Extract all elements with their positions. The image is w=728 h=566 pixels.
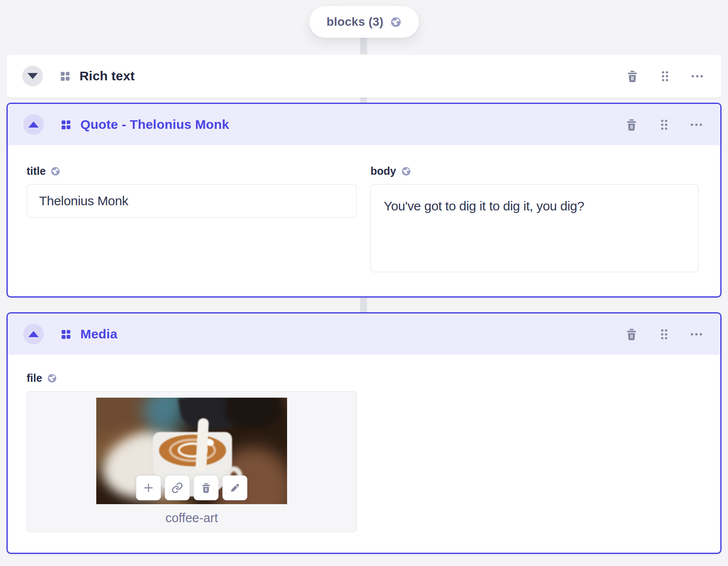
drag-handle[interactable]	[658, 328, 671, 341]
title-field: title	[27, 165, 357, 274]
collapse-toggle-button[interactable]	[22, 66, 43, 86]
globe-icon	[50, 166, 61, 176]
media-actions-toolbar	[136, 475, 248, 500]
more-options-button[interactable]	[691, 70, 704, 83]
block-actions	[625, 69, 704, 83]
collapse-toggle-button[interactable]	[23, 114, 44, 135]
link-media-button[interactable]	[165, 475, 190, 500]
block-rich-text: Rich text	[6, 55, 722, 97]
drag-handle[interactable]	[658, 70, 672, 83]
drag-handle[interactable]	[658, 118, 671, 131]
block-quote-header: Quote - Thelonius Monk	[8, 104, 720, 145]
field-label-text: file	[27, 372, 42, 384]
coffee-latte-image	[96, 398, 287, 504]
delete-block-button[interactable]	[624, 118, 639, 132]
blocks-count-pill: blocks (3)	[309, 6, 419, 38]
delete-media-button[interactable]	[194, 475, 219, 500]
body-field: body You've got to dig it to dig it, you…	[370, 165, 699, 274]
block-quote-content: title body You've got to dig it t	[8, 145, 720, 296]
block-title: Rich text	[80, 69, 135, 83]
body-textarea[interactable]: You've got to dig it to dig it, you dig?	[370, 184, 699, 272]
block-rich-text-header: Rich text	[7, 55, 721, 97]
field-label-text: title	[27, 165, 46, 177]
block-type-grid-icon	[60, 329, 72, 340]
block-media: Media file	[6, 312, 722, 554]
blocks-list: Rich text	[6, 55, 722, 554]
block-actions	[624, 118, 703, 132]
file-field-label: file	[27, 372, 699, 384]
file-upload-card: coffee-art	[27, 391, 357, 532]
block-media-header: Media	[8, 313, 720, 355]
block-title: Quote - Thelonius Monk	[80, 117, 229, 132]
edit-media-button[interactable]	[223, 475, 248, 500]
more-options-button[interactable]	[690, 328, 703, 341]
globe-icon	[401, 166, 411, 176]
field-label-text: body	[370, 165, 396, 177]
block-media-content: file	[8, 355, 720, 553]
globe-icon	[390, 16, 401, 28]
block-quote: Quote - Thelonius Monk title	[6, 103, 722, 298]
block-type-grid-icon	[59, 70, 71, 82]
collapse-toggle-button[interactable]	[23, 324, 44, 344]
body-field-label: body	[370, 165, 699, 177]
chevron-up-icon	[28, 122, 39, 128]
blocks-count-label: blocks (3)	[327, 15, 384, 29]
title-input[interactable]	[27, 184, 357, 218]
add-media-button[interactable]	[136, 475, 161, 500]
delete-block-button[interactable]	[625, 69, 639, 83]
chevron-down-icon	[28, 73, 38, 79]
chevron-up-icon	[28, 331, 39, 337]
globe-icon	[47, 373, 57, 383]
block-title: Media	[80, 327, 117, 341]
block-actions	[624, 327, 703, 341]
block-type-grid-icon	[60, 119, 72, 131]
media-filename: coffee-art	[165, 511, 218, 525]
delete-block-button[interactable]	[624, 327, 639, 341]
blocks-editor: blocks (3) Rich text	[0, 0, 728, 566]
more-options-button[interactable]	[690, 118, 703, 131]
title-field-label: title	[27, 165, 357, 177]
